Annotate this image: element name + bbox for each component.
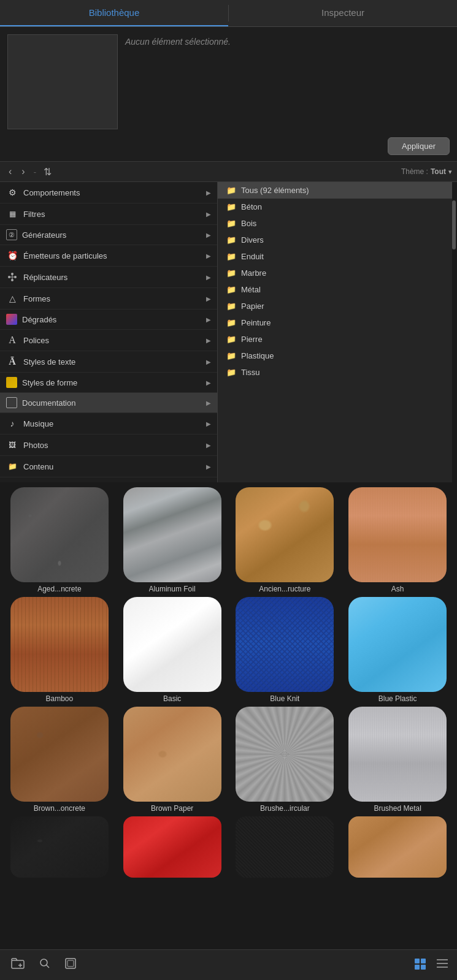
right-scrollbar[interactable] [452, 182, 457, 482]
styles-texte-icon: Ā [6, 355, 18, 368]
sidebar-label-comportements: Comportements [23, 188, 201, 197]
replicateurs-icon [6, 271, 18, 283]
material-brown-concrete[interactable]: Brown...oncrete [5, 707, 114, 813]
material-blue-knit[interactable]: Blue Knit [231, 597, 340, 703]
material-brown-paper[interactable]: Brown Paper [118, 707, 227, 813]
chevron-down-icon[interactable]: ▾ [448, 168, 452, 176]
material-brushed-circular[interactable]: Brushe...ircular [231, 707, 340, 813]
material-bamboo[interactable]: Bamboo [5, 597, 114, 703]
category-folder-icon-metal: 📁 [226, 285, 236, 294]
sidebar-label-styles-texte: Styles de texte [23, 357, 201, 367]
category-metal[interactable]: 📁 Métal [218, 281, 452, 298]
material-name-blue-knit: Blue Knit [270, 694, 299, 703]
material-aluminum-foil[interactable]: Aluminum Foil [118, 487, 227, 593]
material-brushed-metal[interactable]: Brushed Metal [343, 707, 452, 813]
sidebar-arrow-replicateurs: ▶ [206, 274, 211, 281]
header-tabs: Bibliothèque Inspecteur [0, 0, 457, 27]
material-thumb-basic [123, 597, 221, 692]
svg-rect-13 [415, 959, 420, 963]
material-name-basic: Basic [163, 694, 181, 703]
material-name-brushed-metal: Brushed Metal [374, 804, 421, 813]
material-thumb-red-shiny [123, 816, 221, 878]
category-folder-icon-bois: 📁 [226, 219, 236, 228]
sidebar-item-styles-forme[interactable]: Styles de forme ▶ [0, 373, 217, 393]
category-label-papier: Papier [241, 302, 264, 311]
sidebar-item-filtres[interactable]: ▦ Filtres ▶ [0, 203, 217, 225]
material-ash[interactable]: Ash [343, 487, 452, 593]
theme-dropdown[interactable]: Tout [431, 167, 446, 176]
menu-button[interactable] [436, 959, 448, 971]
nav-forward-button[interactable]: › [18, 165, 28, 178]
preview-no-selection-text: Aucun élément sélectionné. [125, 34, 450, 47]
category-pierre[interactable]: 📁 Pierre [218, 331, 452, 348]
category-panel: 📁 Tous (92 éléments) 📁 Béton 📁 Bois 📁 Di… [218, 182, 452, 482]
material-thumb-ash [348, 487, 447, 582]
musique-icon: ♪ [6, 417, 18, 430]
category-papier[interactable]: 📁 Papier [218, 298, 452, 314]
material-brown-warm[interactable] [343, 816, 452, 878]
theme-selector: Thème : Tout ▾ [401, 167, 452, 176]
sidebar-item-photos[interactable]: 🖼 Photos ▶ [0, 435, 217, 456]
sidebar-item-formes[interactable]: △ Formes ▶ [0, 288, 217, 310]
category-marbre[interactable]: 📁 Marbre [218, 265, 452, 281]
material-thumb-brushed-metal [348, 707, 447, 802]
material-aged-concrete[interactable]: Aged...ncrete [5, 487, 114, 593]
sidebar-item-documentation[interactable]: Documentation ▶ [0, 393, 217, 413]
category-tous[interactable]: 📁 Tous (92 éléments) [218, 182, 452, 199]
sidebar-item-contenu[interactable]: 📁 Contenu ▶ [0, 456, 217, 477]
apply-button[interactable]: Appliquer [388, 137, 450, 155]
category-label-peinture: Peinture [241, 318, 271, 327]
material-blue-plastic[interactable]: Blue Plastic [343, 597, 452, 703]
svg-line-10 [47, 965, 50, 968]
sidebar-item-replicateurs[interactable]: Réplicateurs ▶ [0, 267, 217, 288]
material-red-shiny[interactable] [118, 816, 227, 878]
category-folder-icon-enduit: 📁 [226, 252, 236, 261]
sidebar-item-musique[interactable]: ♪ Musique ▶ [0, 413, 217, 435]
sidebar-arrow-contenu: ▶ [206, 463, 211, 470]
category-beton[interactable]: 📁 Béton [218, 199, 452, 215]
material-thumb-aged-concrete [10, 487, 109, 582]
category-label-marbre: Marbre [241, 268, 266, 278]
category-bois[interactable]: 📁 Bois [218, 215, 452, 232]
sidebar-arrow-photos: ▶ [206, 442, 211, 449]
materials-section: Aged...ncrete Aluminum Foil Ancien...ruc… [0, 482, 457, 919]
material-dark2[interactable] [231, 816, 340, 878]
sidebar-item-styles-texte[interactable]: Ā Styles de texte ▶ [0, 351, 217, 373]
category-label-metal: Métal [241, 285, 261, 294]
sidebar-item-polices[interactable]: A Polices ▶ [0, 330, 217, 351]
photos-icon: 🖼 [6, 439, 18, 451]
sidebar-item-degrades[interactable]: Dégradés ▶ [0, 310, 217, 330]
material-basic[interactable]: Basic [118, 597, 227, 703]
emetteurs-icon: ⏰ [6, 249, 18, 262]
nav-back-button[interactable]: ‹ [5, 165, 15, 178]
category-folder-icon-papier: 📁 [226, 302, 236, 311]
resize-button[interactable] [63, 955, 79, 974]
material-thumb-blue-plastic [348, 597, 447, 692]
material-ancient-structure[interactable]: Ancien...ructure [231, 487, 340, 593]
material-dark1[interactable] [5, 816, 114, 878]
category-enduit[interactable]: 📁 Enduit [218, 248, 452, 265]
category-tissu[interactable]: 📁 Tissu [218, 364, 452, 381]
sidebar-item-generateurs[interactable]: ② Générateurs ▶ [0, 225, 217, 245]
material-thumb-brushed-circular [236, 707, 334, 802]
category-folder-icon-pierre: 📁 [226, 335, 236, 344]
category-plastique[interactable]: 📁 Plastique [218, 348, 452, 364]
sidebar-item-emetteurs[interactable]: ⏰ Émetteurs de particules ▶ [0, 245, 217, 267]
bottom-left-buttons [9, 955, 79, 974]
tab-inspector[interactable]: Inspecteur [229, 0, 457, 26]
grid-view-button[interactable] [414, 958, 426, 973]
category-peinture[interactable]: 📁 Peinture [218, 314, 452, 331]
materials-grid: Aged...ncrete Aluminum Foil Ancien...ruc… [0, 482, 457, 883]
category-label-tissu: Tissu [241, 368, 260, 377]
category-divers[interactable]: 📁 Divers [218, 232, 452, 248]
svg-rect-12 [67, 960, 74, 967]
sort-button[interactable]: ⇅ [41, 165, 54, 179]
material-name-brown-concrete: Brown...oncrete [34, 804, 85, 813]
sidebar-label-formes: Formes [23, 294, 201, 303]
material-thumb-brown-warm [348, 816, 447, 878]
tab-library[interactable]: Bibliothèque [0, 0, 228, 26]
search-button[interactable] [37, 955, 53, 974]
sidebar-item-comportements[interactable]: ⚙ Comportements ▶ [0, 182, 217, 203]
material-name-aged-concrete: Aged...ncrete [37, 585, 81, 593]
add-folder-button[interactable] [9, 955, 27, 974]
